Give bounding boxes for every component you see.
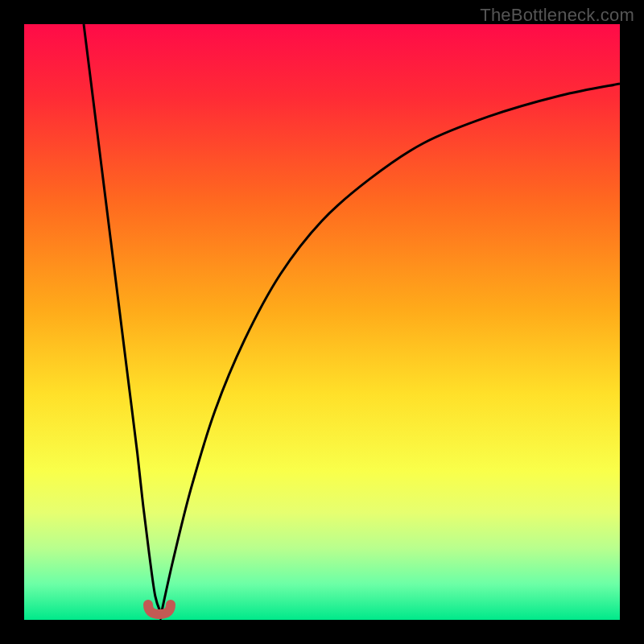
chart-stage: TheBottleneck.com [0, 0, 644, 644]
watermark-text: TheBottleneck.com [480, 5, 634, 26]
gradient-background [24, 24, 620, 620]
plot-svg [24, 24, 620, 620]
bottleneck-plot [24, 24, 620, 620]
